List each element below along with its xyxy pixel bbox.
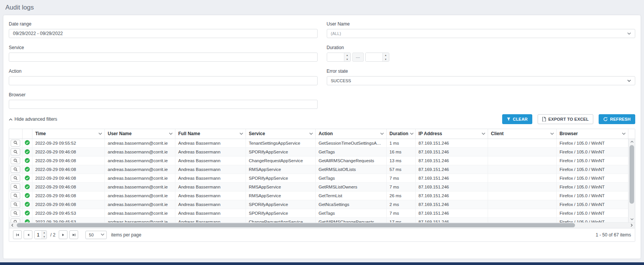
next-page-button[interactable] [59,230,67,239]
row-detail-button[interactable] [11,175,20,182]
table-cell: 7 ms [386,174,415,183]
header-row: TimeUser NameFull NameServiceActionDurat… [9,129,628,139]
row-detail-button[interactable] [11,210,20,217]
previous-page-button[interactable] [24,230,32,239]
browser-field: Browser [9,92,318,109]
column-menu-chevron-icon[interactable] [482,132,485,135]
scroll-down-icon[interactable] [629,217,635,222]
vertical-scroll-thumb[interactable] [630,145,634,204]
row-detail-button[interactable] [11,192,20,199]
table-cell: 87.169.151.246 [415,200,488,209]
vertical-scroll-track[interactable] [629,145,635,217]
column-header-duration[interactable]: Duration [386,129,415,139]
error-state-select[interactable]: SUCCESS [327,76,636,85]
magnifier-icon [13,202,18,208]
column-menu-chevron-icon[interactable] [98,132,102,135]
table-cell [488,183,556,192]
hide-advanced-filters-link[interactable]: Hide advanced filters [9,117,57,122]
duration-min-input[interactable] [327,53,344,61]
table-cell: Andreas Bassermann [175,148,246,156]
table-row: 2022-09-29 09:46:08andreas.bassermann@co… [9,200,628,209]
action-input[interactable] [9,76,318,85]
toolbar: CLEAR EXPORT TO EXCEL REFRESH [502,114,635,124]
refresh-button[interactable]: REFRESH [599,114,635,124]
vertical-scrollbar[interactable] [628,139,635,222]
column-menu-chevron-icon[interactable] [410,132,414,135]
success-check-icon [25,220,30,222]
magnifier-icon [13,193,18,199]
table-row: 2022-09-29 09:46:08andreas.bassermann@co… [9,156,628,165]
table-cell: RMSAppService [246,183,315,192]
table-cell: Andreas Bassermann [175,183,246,192]
horizontal-scroll-thumb[interactable] [17,223,575,227]
table-cell: Firefox / 105.0 / WinNT [556,148,628,156]
column-menu-chevron-icon[interactable] [380,132,384,135]
column-header-service[interactable]: Service [246,129,315,139]
table-cell: andreas.bassermann@corrit.ie [104,192,175,200]
table-cell: andreas.bassermann@corrit.ie [104,209,175,218]
column-header-client[interactable]: Client [488,129,556,139]
spinner-up-icon[interactable]: ▲ [344,53,350,57]
user-name-select[interactable]: (ALL) [327,29,636,38]
spinner-down-icon[interactable]: ▼ [383,57,389,61]
horizontal-scroll-track[interactable] [15,222,629,228]
service-input[interactable] [9,53,318,62]
table-cell: 2022-09-29 09:46:08 [32,174,104,183]
bottom-bar [0,262,644,265]
scroll-left-icon[interactable] [9,222,15,228]
last-page-button[interactable] [69,230,78,239]
column-menu-chevron-icon[interactable] [622,132,626,135]
error-state-field: Error state SUCCESS [327,69,636,85]
browser-input[interactable] [9,100,318,109]
user-name-label: User Name [327,21,636,27]
column-header-full-name[interactable]: Full Name [175,129,246,139]
row-detail-button[interactable] [11,140,20,147]
row-detail-button[interactable] [11,148,20,155]
scroll-up-icon[interactable] [629,139,635,145]
column-menu-chevron-icon[interactable] [309,132,313,135]
column-menu-chevron-icon[interactable] [169,132,173,135]
success-check-icon [25,203,30,208]
horizontal-scrollbar[interactable] [9,222,635,228]
spinner-down-icon[interactable]: ▼ [344,57,350,61]
column-header-user-name[interactable]: User Name [104,129,175,139]
table-cell: 57 ms [386,165,415,174]
service-label: Service [9,45,318,50]
table-cell: Andreas Bassermann [175,192,246,200]
row-detail-button[interactable] [11,166,20,173]
column-header-ip-address[interactable]: IP Address [415,129,488,139]
scroll-right-icon[interactable] [629,222,635,228]
row-detail-button[interactable] [11,184,20,190]
page-title: Audit logs [0,0,644,14]
page-number-input[interactable] [35,231,42,239]
clear-button[interactable]: CLEAR [502,114,532,124]
duration-max-input[interactable] [366,53,382,61]
spinner-up-icon[interactable]: ▲ [42,231,47,235]
page-size-select[interactable]: 50 [85,231,107,239]
row-detail-button[interactable] [11,219,20,222]
date-range-input[interactable] [9,29,318,38]
column-header-time[interactable]: Time [32,129,104,139]
table-cell: RMSAppService [246,192,315,200]
table-cell: andreas.bassermann@corrit.ie [104,200,175,209]
table-cell: Andreas Bassermann [175,200,246,209]
table-row: 2022-09-29 09:46:08andreas.bassermann@co… [9,148,628,156]
date-range-field: Date range [9,21,318,38]
success-check-icon [25,168,30,172]
column-header-action[interactable]: Action [315,129,386,139]
duration-max-spinner: ▲ ▼ [382,53,389,61]
column-header-browser[interactable]: Browser [556,129,628,139]
table-cell: 16 ms [386,148,415,156]
spinner-up-icon[interactable]: ▲ [383,53,389,57]
table-cell: Andreas Bassermann [175,156,246,165]
duration-min-box: ▲ ▼ [327,53,351,62]
export-to-excel-button[interactable]: EXPORT TO EXCEL [538,114,593,124]
first-page-button[interactable] [13,230,22,239]
column-menu-chevron-icon[interactable] [239,132,243,135]
row-detail-button[interactable] [11,201,20,208]
spinner-down-icon[interactable]: ▼ [42,235,47,239]
chevron-down-icon [101,233,104,236]
row-detail-button[interactable] [11,157,20,164]
column-menu-chevron-icon[interactable] [550,132,554,135]
table-row: 2022-09-29 09:46:08andreas.bassermann@co… [9,183,628,192]
